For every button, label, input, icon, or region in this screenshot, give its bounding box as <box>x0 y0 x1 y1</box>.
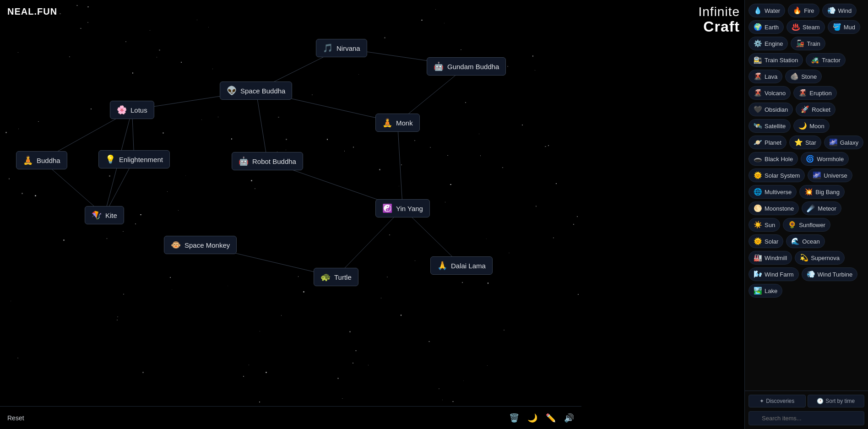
item-chip-wormhole[interactable]: 🌀 Wormhole <box>801 152 849 166</box>
item-emoji: ⚙️ <box>754 39 762 48</box>
item-chip-satellite[interactable]: 🛰️ Satellite <box>749 119 791 133</box>
item-label: Lava <box>765 73 777 80</box>
item-chip-supernova[interactable]: 💫 Supernova <box>795 251 845 265</box>
item-chip-engine[interactable]: ⚙️ Engine <box>749 37 788 50</box>
gundam_buddha-label: Gundam Buddha <box>447 63 499 71</box>
node-space_buddha[interactable]: 👽 Space Buddha <box>220 81 292 100</box>
item-emoji: ☄️ <box>807 204 815 212</box>
craft-canvas[interactable]: 🎵 Nirvana🤖 Gundam Buddha👽 Space Buddha🌸 … <box>0 0 581 429</box>
item-emoji: 🚜 <box>811 56 819 64</box>
item-chip-train-station[interactable]: 🚉 Train Station <box>749 53 803 67</box>
item-chip-sunflower[interactable]: 🌻 Sunflower <box>783 218 830 232</box>
item-chip-stone[interactable]: 🪨 Stone <box>785 70 822 83</box>
item-label: Windmill <box>765 255 787 261</box>
node-monk[interactable]: 🧘 Monk <box>375 114 420 132</box>
item-emoji: ♨️ <box>792 23 800 31</box>
item-chip-wind[interactable]: 💨 Wind <box>822 4 857 17</box>
item-chip-windmill[interactable]: 🏭 Windmill <box>749 251 792 265</box>
item-chip-sun[interactable]: ☀️ Sun <box>749 218 780 232</box>
item-label: Earth <box>765 24 779 31</box>
item-emoji: 🌕 <box>754 204 762 212</box>
yin_yang-label: Yin Yang <box>396 205 423 212</box>
node-gundam_buddha[interactable]: 🤖 Gundam Buddha <box>427 57 506 76</box>
sidebar-tab-discoveries[interactable]: ✦ Discoveries <box>749 395 806 407</box>
nirvana-label: Nirvana <box>336 44 360 52</box>
item-label: Stone <box>801 73 817 80</box>
turtle-emoji: 🐢 <box>320 272 331 282</box>
item-label: Fire <box>804 7 814 14</box>
item-chip-multiverse[interactable]: 🌐 Multiverse <box>749 185 797 199</box>
item-chip-star[interactable]: ⭐ Star <box>789 136 821 149</box>
sidebar-bottom: ✦ Discoveries🕐 Sort by time 🔍 <box>745 391 868 429</box>
item-label: Galaxy <box>840 139 858 146</box>
node-space_monkey[interactable]: 🐵 Space Monkey <box>164 236 237 254</box>
item-label: Star <box>805 139 816 146</box>
item-label: Rocket <box>812 106 830 113</box>
node-buddha[interactable]: 🧘 Buddha <box>16 151 67 169</box>
item-emoji: 🌀 <box>806 155 814 163</box>
item-chip-mud[interactable]: 🪣 Mud <box>828 20 860 34</box>
search-input[interactable] <box>749 411 864 425</box>
node-nirvana[interactable]: 🎵 Nirvana <box>316 39 367 57</box>
item-chip-volcano[interactable]: 🌋 Volcano <box>749 86 791 100</box>
node-yin_yang[interactable]: ☯️ Yin Yang <box>375 199 430 217</box>
item-chip-moonstone[interactable]: 🌕 Moonstone <box>749 201 799 215</box>
app-title-craft: Craft <box>699 19 740 34</box>
item-chip-moon[interactable]: 🌙 Moon <box>793 119 830 133</box>
item-chip-wind-turbine[interactable]: 💨 Wind Turbine <box>802 267 858 281</box>
item-chip-meteor[interactable]: ☄️ Meteor <box>802 201 841 215</box>
item-chip-water[interactable]: 💧 Water <box>749 4 785 17</box>
item-chip-train[interactable]: 🚂 Train <box>791 37 825 50</box>
item-chip-ocean[interactable]: 🌊 Ocean <box>786 234 825 248</box>
item-emoji: 🌋 <box>754 72 762 81</box>
item-emoji: 🌋 <box>754 89 762 97</box>
item-chip-fire[interactable]: 🔥 Fire <box>788 4 819 17</box>
reset-button[interactable]: Reset <box>7 414 24 422</box>
item-emoji: 🛰️ <box>754 122 762 130</box>
item-chip-big-bang[interactable]: 💥 Big Bang <box>799 185 845 199</box>
node-lotus[interactable]: 🌸 Lotus <box>110 101 154 119</box>
node-turtle[interactable]: 🐢 Turtle <box>314 268 358 286</box>
node-enlightenment[interactable]: 💡 Enlightenment <box>98 150 170 168</box>
item-chip-solar-system[interactable]: 🌞 Solar System <box>749 168 805 182</box>
item-emoji: ☀️ <box>754 221 762 229</box>
item-emoji: 🕳️ <box>754 155 762 163</box>
item-chip-black-hole[interactable]: 🕳️ Black Hole <box>749 152 798 166</box>
item-chip-steam[interactable]: ♨️ Steam <box>787 20 825 34</box>
sidebar-tab-sort-by-time[interactable]: 🕐 Sort by time <box>808 395 865 407</box>
item-chip-lava[interactable]: 🌋 Lava <box>749 70 782 83</box>
item-label: Obsidian <box>765 106 788 113</box>
node-kite[interactable]: 🪁 Kite <box>85 206 124 224</box>
edit-icon[interactable]: ✏️ <box>546 413 556 423</box>
item-chip-earth[interactable]: 🌍 Earth <box>749 20 784 34</box>
item-chip-lake[interactable]: 🏞️ Lake <box>749 284 782 298</box>
item-label: Sun <box>765 222 775 228</box>
item-chip-obsidian[interactable]: 🖤 Obsidian <box>749 103 793 116</box>
space_monkey-emoji: 🐵 <box>171 240 181 250</box>
monk-emoji: 🧘 <box>382 118 392 128</box>
node-robot_buddha[interactable]: 🤖 Robot Buddha <box>232 152 303 170</box>
item-emoji: 🔥 <box>793 6 802 15</box>
item-chip-planet[interactable]: 🪐 Planet <box>749 136 787 149</box>
bottom-toolbar: Reset 🗑️ 🌙 ✏️ 🔊 <box>0 406 581 429</box>
trash-icon[interactable]: 🗑️ <box>509 413 519 423</box>
item-label: Wind Farm <box>765 271 794 278</box>
tab-icon: 🕐 <box>817 398 824 404</box>
item-label: Train Station <box>765 57 798 64</box>
space_monkey-label: Space Monkey <box>184 241 230 249</box>
tab-icon: ✦ <box>760 398 764 404</box>
item-emoji: 🖤 <box>754 105 762 114</box>
item-chip-tractor[interactable]: 🚜 Tractor <box>806 53 846 67</box>
item-chip-eruption[interactable]: 🌋 Eruption <box>793 86 836 100</box>
node-dalai_lama[interactable]: 🙏 Dalai Lama <box>430 256 493 275</box>
item-chip-galaxy[interactable]: 🌌 Galaxy <box>824 136 863 149</box>
logo: NEAL.FUN <box>7 6 57 17</box>
search-wrapper: 🔍 <box>749 411 864 425</box>
item-chip-rocket[interactable]: 🚀 Rocket <box>796 103 835 116</box>
item-chip-universe[interactable]: 🌌 Universe <box>808 168 852 182</box>
dark-mode-icon[interactable]: 🌙 <box>527 413 537 423</box>
item-chip-wind-farm[interactable]: 🌬️ Wind Farm <box>749 267 799 281</box>
sound-icon[interactable]: 🔊 <box>564 413 574 423</box>
item-emoji: 🚉 <box>754 56 762 64</box>
item-chip-solar[interactable]: 🌞 Solar <box>749 234 783 248</box>
